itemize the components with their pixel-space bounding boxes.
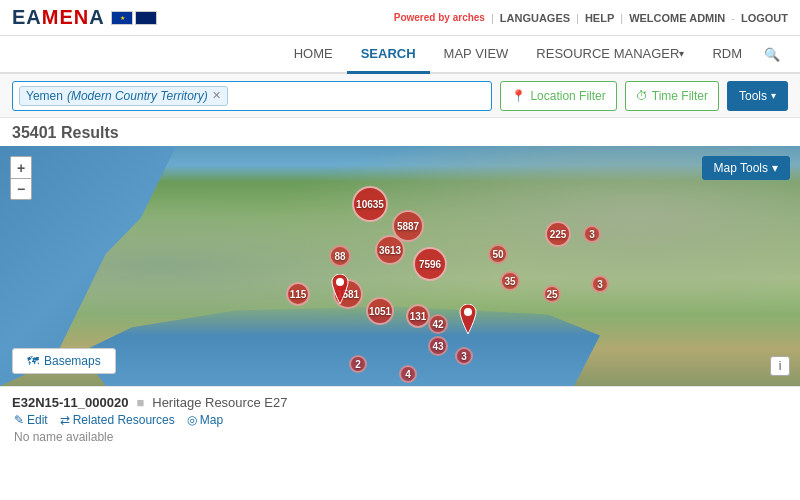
cluster-marker-c4[interactable]: 88 [329,245,351,267]
cluster-marker-c16[interactable]: 25 [543,285,561,303]
basemaps-icon: 🗺 [27,354,39,368]
welcome-link[interactable]: WELCOME ADMIN [629,12,725,24]
zoom-in-button[interactable]: + [10,156,32,178]
location-icon: 📍 [511,89,526,103]
nav-search[interactable]: SEARCH [347,36,430,74]
cluster-marker-c13[interactable]: 35 [500,271,520,291]
uk-flag [135,11,157,25]
cluster-marker-c18[interactable]: 2 [349,355,367,373]
resource-name: No name available [12,430,788,444]
powered-by-text: Powered by arches [394,12,485,23]
logout-link[interactable]: LOGOUT [741,12,788,24]
cluster-marker-c19[interactable]: 4 [399,365,417,383]
tag-sublabel: (Modern Country Territory) [67,89,208,103]
cluster-marker-c10[interactable]: 42 [428,314,448,334]
basemaps-button[interactable]: 🗺 Basemaps [12,348,116,374]
cluster-marker-c9[interactable]: 131 [406,304,430,328]
help-link[interactable]: HELP [585,12,614,24]
edit-action[interactable]: ✎ Edit [14,413,48,427]
cluster-marker-c11[interactable]: 43 [428,336,448,356]
nav-map-view[interactable]: MAP VIEW [430,36,523,74]
pin-marker-p1[interactable] [328,274,352,304]
map-action[interactable]: ◎ Map [187,413,223,427]
resource-id-line: E32N15-11_000020 ■ Heritage Resource E27 [12,395,788,410]
resource-type: Heritage Resource E27 [152,395,287,410]
cluster-marker-c12[interactable]: 50 [488,244,508,264]
cluster-marker-c6[interactable]: 115 [286,282,310,306]
resource-row: E32N15-11_000020 ■ Heritage Resource E27… [0,386,800,448]
cluster-marker-c15[interactable]: 3 [583,225,601,243]
location-filter-button[interactable]: 📍 Location Filter [500,81,616,111]
pin-marker-p2[interactable] [456,304,480,334]
cluster-marker-c8[interactable]: 1051 [366,297,394,325]
logo-flags [111,11,157,25]
results-bar: 35401 Results [0,118,800,146]
zoom-controls: + − [10,156,32,200]
search-tag: Yemen (Modern Country Territory) ✕ [19,86,228,106]
topbar: EAMENA Powered by arches | LANGUAGES | H… [0,0,800,36]
map-tools-button[interactable]: Map Tools [702,156,790,180]
nav-home[interactable]: HOME [280,36,347,74]
cluster-marker-c20[interactable]: 3 [455,347,473,365]
languages-link[interactable]: LANGUAGES [500,12,570,24]
clock-icon: ⏱ [636,89,648,103]
navbar: HOME SEARCH MAP VIEW RESOURCE MANAGER RD… [0,36,800,74]
search-input-wrap[interactable]: Yemen (Modern Country Territory) ✕ [12,81,492,111]
zoom-out-button[interactable]: − [10,178,32,200]
info-button[interactable]: i [770,356,790,376]
search-bar: Yemen (Modern Country Territory) ✕ 📍 Loc… [0,74,800,118]
separator: ■ [136,395,144,410]
svg-point-0 [336,278,344,286]
map-icon: ◎ [187,413,197,427]
map-container: 1063558873613887596115158110511314243503… [0,146,800,386]
tag-label: Yemen [26,89,63,103]
related-icon: ⇄ [60,413,70,427]
logo: EAMENA [12,6,105,29]
cluster-marker-c5[interactable]: 7596 [413,247,447,281]
tag-close-icon[interactable]: ✕ [212,89,221,102]
eu-flag [111,11,133,25]
cluster-marker-c14[interactable]: 225 [545,221,571,247]
nav-rdm[interactable]: RDM [698,36,756,74]
search-icon[interactable]: 🔍 [756,37,788,72]
top-right-links: Powered by arches | LANGUAGES | HELP | W… [394,12,788,24]
resource-actions: ✎ Edit ⇄ Related Resources ◎ Map [12,413,788,427]
related-resources-action[interactable]: ⇄ Related Resources [60,413,175,427]
time-filter-button[interactable]: ⏱ Time Filter [625,81,719,111]
edit-icon: ✎ [14,413,24,427]
cluster-marker-c3[interactable]: 3613 [375,235,405,265]
nav-resource-manager[interactable]: RESOURCE MANAGER [522,36,698,74]
resource-id: E32N15-11_000020 [12,395,128,410]
results-count: 35401 [12,124,57,141]
logo-area: EAMENA [12,6,157,29]
tools-button[interactable]: Tools [727,81,788,111]
cluster-marker-c1[interactable]: 10635 [352,186,388,222]
arches-link[interactable]: arches [453,12,485,23]
cluster-marker-c17[interactable]: 3 [591,275,609,293]
svg-point-1 [464,308,472,316]
